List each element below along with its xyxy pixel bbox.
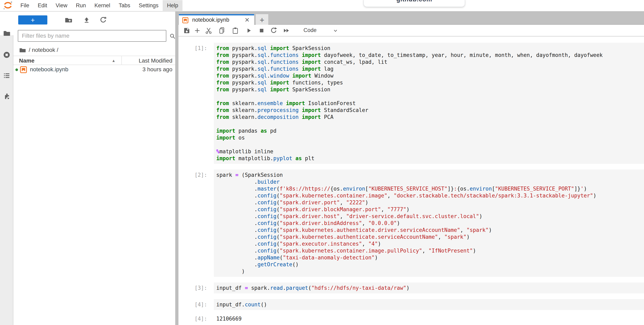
cell-prompt: [1]: [178, 43, 211, 164]
file-modified: 3 hours ago [142, 66, 172, 73]
stop-icon[interactable] [258, 27, 266, 35]
kernel-running-dot [16, 69, 18, 71]
sort-ascending-icon[interactable]: ▲ [112, 59, 116, 63]
menu-bar-items: FileEditViewRunKernelTabsSettingsHelp [16, 0, 182, 11]
tab-notebook[interactable]: notebook.ipynb ✕ [179, 14, 254, 25]
jupyterlab-window: FileEditViewRunKernelTabsSettingsHelp gi… [0, 0, 644, 325]
new-tab-button[interactable]: + [256, 14, 268, 26]
file-browser-toolbar: + [13, 12, 175, 30]
menu-item-kernel[interactable]: Kernel [90, 0, 114, 11]
file-browser-panel: + / notebook / Name ▲ Last Modified [13, 12, 175, 325]
copy-icon[interactable] [218, 27, 226, 35]
run-icon[interactable] [245, 27, 252, 35]
file-name: notebook.ipynb [30, 66, 68, 73]
column-header-name[interactable]: Name [19, 58, 34, 64]
jupyter-logo-icon [2, 1, 13, 11]
refresh-icon[interactable] [99, 16, 107, 24]
notebook-dock: notebook.ipynb ✕ + Code [1]:from pyspark… [178, 12, 644, 325]
menu-item-help[interactable]: Help [163, 0, 182, 11]
code-cell: [1]:from pyspark.sql import SparkSession… [178, 43, 644, 164]
cell-prompt: [3]: [178, 282, 211, 293]
code-cell: [4]:input_df.count() [178, 299, 644, 310]
close-icon[interactable]: ✕ [244, 17, 250, 24]
menu-bar: FileEditViewRunKernelTabsSettingsHelp [0, 0, 644, 12]
notebook-cells: [1]:from pyspark.sql import SparkSession… [178, 37, 644, 325]
menu-item-file[interactable]: File [16, 0, 34, 11]
cell-output: 12106669 [214, 313, 644, 324]
new-folder-icon[interactable] [64, 16, 73, 24]
cell-input[interactable]: from pyspark.sql import SparkSessionfrom… [214, 43, 644, 164]
restart-icon[interactable] [270, 27, 278, 35]
extensions-icon[interactable] [3, 92, 11, 100]
cut-icon[interactable] [205, 27, 212, 35]
file-list-header: Name ▲ Last Modified [13, 56, 175, 65]
menu-item-edit[interactable]: Edit [34, 0, 52, 11]
popup-text: github.com [396, 0, 432, 7]
menu-item-run[interactable]: Run [72, 0, 90, 11]
code-cell: [2]:spark = (SparkSession .builder .mast… [178, 169, 644, 277]
search-icon [169, 33, 176, 40]
save-icon[interactable] [183, 27, 190, 35]
upload-icon[interactable] [82, 16, 91, 24]
menu-item-view[interactable]: View [52, 0, 72, 11]
notebook-icon [182, 17, 188, 24]
table-of-contents-icon[interactable] [3, 72, 11, 80]
paste-icon[interactable] [232, 27, 239, 35]
column-divider [122, 56, 122, 65]
run-all-icon[interactable] [282, 27, 290, 35]
breadcrumb-path: / notebook / [29, 47, 58, 53]
new-launcher-button[interactable]: + [18, 16, 47, 25]
activity-bar [0, 12, 13, 325]
browser-popup: github.com [364, 0, 465, 7]
file-row[interactable]: notebook.ipynb3 hours ago [13, 65, 175, 74]
files-icon[interactable] [3, 29, 11, 38]
cell-input[interactable]: input_df.count() [214, 299, 644, 310]
breadcrumb[interactable]: / notebook / [13, 46, 175, 55]
cell-prompt: [2]: [178, 169, 211, 277]
tab-bar: notebook.ipynb ✕ + [178, 12, 644, 25]
folder-icon [19, 47, 26, 53]
cell-prompt: [4]: [178, 299, 211, 310]
cell-input[interactable]: input_df = spark.read.parquet("hdfs://hd… [214, 282, 644, 293]
add-cell-icon[interactable] [194, 27, 201, 35]
cell-input[interactable]: spark = (SparkSession .builder .master(f… [214, 169, 644, 277]
output-prompt: [4]: [178, 313, 211, 324]
file-list: notebook.ipynb3 hours ago [13, 65, 175, 74]
cell-type-select[interactable]: Code [304, 27, 317, 34]
notebook-icon [20, 66, 27, 73]
code-cell: [3]:input_df = spark.read.parquet("hdfs:… [178, 282, 644, 293]
panel-splitter[interactable] [175, 12, 178, 325]
output-cell: [4]:12106669 [178, 313, 644, 324]
tab-title: notebook.ipynb [192, 17, 229, 23]
menu-item-settings[interactable]: Settings [134, 0, 163, 11]
menu-item-tabs[interactable]: Tabs [114, 0, 134, 11]
notebook-toolbar: Code [178, 25, 644, 37]
column-header-modified[interactable]: Last Modified [138, 58, 172, 64]
filter-files-input[interactable] [18, 30, 166, 42]
chevron-down-icon[interactable] [332, 28, 339, 34]
running-kernels-icon[interactable] [3, 51, 11, 59]
